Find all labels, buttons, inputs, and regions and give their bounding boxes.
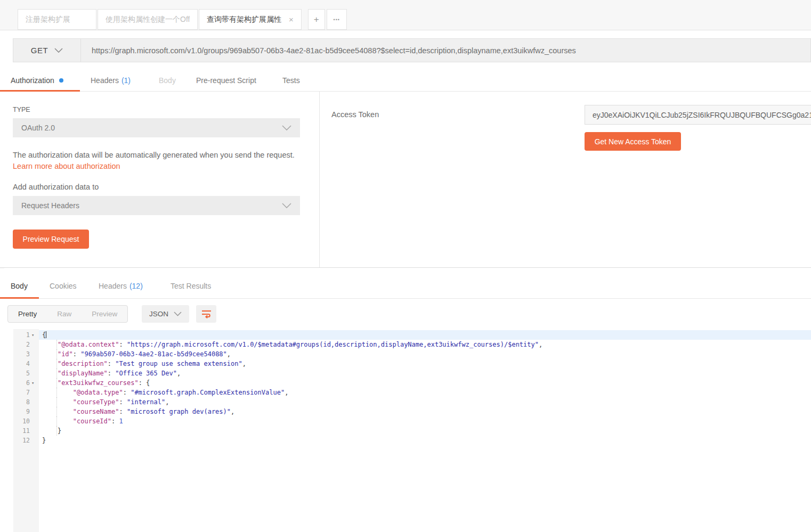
code-line: 6▾ "ext3uikwfwz_courses": { — [0, 378, 811, 388]
response-view-controls: Pretty Raw Preview JSON — [0, 299, 811, 329]
auth-help-sentence: The authorization data will be automatic… — [13, 151, 295, 159]
line-number: 5 — [13, 369, 30, 378]
line-number: 7 — [13, 388, 30, 397]
authorization-right-pane: Access Token Get New Access Token — [320, 92, 811, 267]
code-line: 10 "courseId": 1 — [0, 416, 811, 426]
learn-more-link[interactable]: Learn more about authorization — [13, 162, 120, 170]
code-text: "ext3uikwfwz_courses": { — [42, 378, 811, 388]
code-text: "description": "Test group use schema ex… — [42, 359, 811, 369]
app-window: 注册架构扩展 使用架构属性创建一个Office 查询带有架构扩展属性 × + •… — [0, 0, 811, 532]
wrap-text-icon — [201, 309, 212, 318]
preview-request-button[interactable]: Preview Request — [13, 230, 89, 249]
chevron-down-icon — [282, 125, 291, 130]
chevron-down-icon — [282, 203, 291, 208]
code-line: 1▾{ — [0, 330, 811, 340]
code-text: "id": "969ab507-06b3-4ae2-81ac-b5d9cee54… — [42, 349, 811, 359]
line-number: 8 — [13, 397, 30, 407]
response-tabs: Body Cookies Headers (12) Test Results — [0, 268, 811, 299]
code-text: "courseName": "microsoft graph dev(ares)… — [42, 407, 811, 416]
indent-guide — [56, 416, 57, 426]
url-input[interactable] — [81, 46, 810, 55]
request-tab-3-active[interactable]: 查询带有架构扩展属性 × — [199, 9, 302, 30]
wrap-lines-button[interactable] — [196, 305, 216, 323]
line-number: 6 — [13, 378, 30, 388]
tab-body[interactable]: Body — [159, 70, 176, 91]
indent-guide — [56, 340, 57, 349]
tab-label: Headers — [99, 282, 127, 290]
get-new-access-token-button[interactable]: Get New Access Token — [585, 132, 681, 151]
line-number: 4 — [13, 359, 30, 369]
indent-guide — [56, 349, 57, 359]
indent-guide — [56, 397, 57, 407]
tab-label: Pre-request Script — [196, 76, 256, 85]
tab-headers[interactable]: Headers (1) — [91, 70, 131, 91]
fold-arrow-icon[interactable]: ▾ — [31, 378, 34, 388]
tab-prerequest-script[interactable]: Pre-request Script — [196, 70, 256, 91]
tab-label: Headers — [91, 76, 119, 85]
format-selector[interactable]: JSON — [142, 305, 189, 323]
indent-guide — [56, 426, 57, 436]
response-tab-headers[interactable]: Headers (12) — [99, 274, 143, 298]
url-row: GET — [0, 30, 811, 70]
ellipsis-icon: ••• — [334, 17, 340, 22]
code-line: 11 } — [0, 426, 811, 436]
request-tab-strip: 注册架构扩展 使用架构属性创建一个Office 查询带有架构扩展属性 × + •… — [0, 0, 811, 30]
indent-guide — [56, 407, 57, 416]
request-tab-label: 使用架构属性创建一个Office — [106, 15, 190, 24]
code-line: 7 "@odata.type": "#microsoft.graph.Compl… — [0, 388, 811, 397]
view-mode-toggle: Pretty Raw Preview — [7, 305, 128, 323]
authorization-left-pane: TYPE OAuth 2.0 The authorization data wi… — [0, 92, 320, 267]
chevron-down-icon — [54, 48, 63, 53]
response-tab-body[interactable]: Body — [11, 274, 28, 298]
add-to-select[interactable]: Request Headers — [13, 196, 300, 215]
tab-label: Authorization — [11, 76, 54, 85]
fold-arrow-icon[interactable]: ▾ — [31, 330, 34, 340]
method-selector[interactable]: GET — [13, 38, 80, 62]
text-cursor — [46, 331, 46, 338]
code-text: "@odata.type": "#microsoft.graph.Complex… — [42, 388, 811, 397]
add-authorization-data-label: Add authorization data to — [13, 183, 99, 191]
code-lines: 1▾{2 "@odata.context": "https://graph.mi… — [0, 329, 811, 445]
line-number: 10 — [13, 416, 30, 426]
tab-label: Tests — [282, 76, 300, 85]
response-tab-test-results[interactable]: Test Results — [171, 274, 211, 298]
request-tab-label: 注册架构扩展 — [26, 15, 70, 24]
request-subtabs: Authorization Headers (1) Body Pre-reque… — [0, 70, 811, 92]
code-text: "@odata.context": "https://graph.microso… — [42, 340, 811, 349]
tab-tests[interactable]: Tests — [282, 70, 300, 91]
access-token-label: Access Token — [331, 110, 379, 119]
more-tabs-button[interactable]: ••• — [327, 9, 347, 30]
code-line: 9 "courseName": "microsoft graph dev(are… — [0, 407, 811, 416]
access-token-input[interactable] — [585, 105, 811, 125]
code-line: 5 "displayName": "Office 365 Dev", — [0, 369, 811, 378]
chevron-down-icon — [174, 312, 182, 316]
response-body-editor[interactable]: 1▾{2 "@odata.context": "https://graph.mi… — [0, 329, 811, 532]
auth-type-select[interactable]: OAuth 2.0 — [13, 118, 300, 137]
line-number: 3 — [13, 349, 30, 359]
new-tab-button[interactable]: + — [308, 9, 325, 30]
request-tab-2[interactable]: 使用架构属性创建一个Office — [98, 9, 198, 30]
view-mode-pretty[interactable]: Pretty — [8, 306, 47, 322]
view-mode-preview[interactable]: Preview — [82, 306, 127, 322]
view-mode-raw[interactable]: Raw — [47, 306, 82, 322]
line-number: 12 — [13, 436, 30, 445]
code-text: "courseId": 1 — [42, 416, 811, 426]
tab-authorization[interactable]: Authorization — [11, 70, 63, 91]
tab-label: Test Results — [171, 282, 211, 290]
tab-label: Cookies — [50, 282, 77, 290]
line-number: 2 — [13, 340, 30, 349]
code-line: 2 "@odata.context": "https://graph.micro… — [0, 340, 811, 349]
code-line: 4 "description": "Test group use schema … — [0, 359, 811, 369]
code-line: 3 "id": "969ab507-06b3-4ae2-81ac-b5d9cee… — [0, 349, 811, 359]
tab-label: Body — [159, 76, 176, 85]
response-tab-cookies[interactable]: Cookies — [50, 274, 77, 298]
close-icon[interactable]: × — [289, 15, 294, 23]
request-tab-1[interactable]: 注册架构扩展 — [18, 9, 96, 30]
code-text: } — [42, 436, 811, 445]
code-text: { — [42, 330, 811, 340]
code-text: "courseType": "internal", — [42, 397, 811, 407]
auth-type-value: OAuth 2.0 — [21, 124, 55, 132]
code-text: } — [42, 426, 811, 436]
method-label: GET — [31, 46, 48, 55]
type-label: TYPE — [13, 106, 30, 113]
